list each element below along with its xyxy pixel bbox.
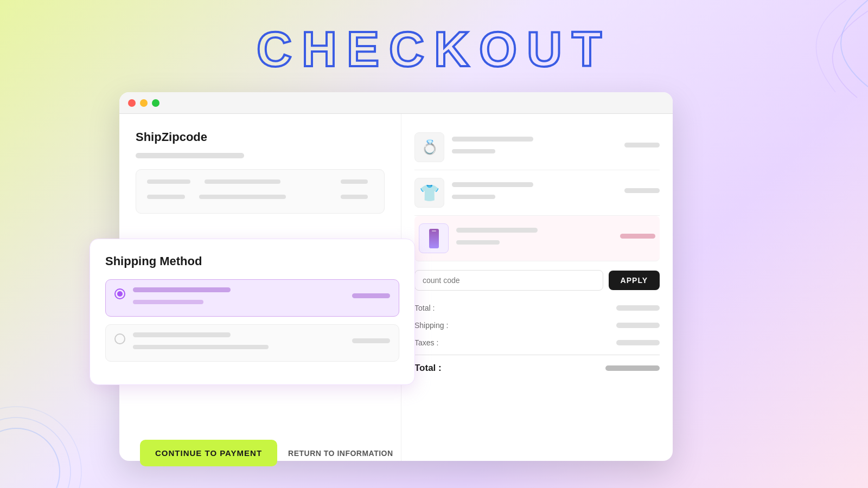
product-price-bar-3 (620, 234, 655, 239)
total-row: Total : (414, 355, 660, 378)
product-info-2 (452, 182, 617, 203)
total-value (605, 365, 660, 371)
product-price-3 (620, 234, 655, 243)
right-panel: 💍 👕 (401, 114, 673, 461)
form-row-1 (147, 179, 373, 188)
product-item-3 (414, 216, 660, 261)
svg-point-1 (0, 418, 71, 488)
radio-option-2[interactable] (114, 333, 125, 344)
shipping-value (616, 323, 660, 328)
subtotal-label: Total : (414, 304, 435, 312)
shipping-option-1[interactable] (105, 279, 399, 317)
product-variant-bar-1 (452, 149, 495, 153)
ship-zipcode-title: ShipZipcode (136, 130, 385, 144)
traffic-light-yellow[interactable] (140, 99, 148, 107)
product-variant-bar-3 (456, 240, 500, 245)
product-price-bar-2 (624, 188, 660, 193)
page-title: CHECKOUT (257, 22, 611, 78)
option-2-sub-bar (133, 345, 269, 349)
product-price-1 (624, 143, 660, 152)
product-name-bar-2 (452, 182, 533, 187)
option-1-price-bar (352, 293, 390, 298)
product-variant-bar-2 (452, 195, 495, 199)
product-info-3 (456, 228, 612, 249)
discount-input[interactable] (414, 270, 603, 291)
option-2-content (133, 332, 390, 354)
shipping-option-2[interactable] (105, 324, 399, 362)
product-price-2 (624, 188, 660, 197)
option-1-content (133, 287, 390, 309)
taxes-label: Taxes : (414, 338, 438, 347)
product-thumb-3 (419, 223, 449, 253)
shipping-method-card: Shipping Method (90, 239, 415, 385)
deco-top-right (705, 0, 868, 108)
field-6 (341, 195, 373, 203)
shipping-label: Shipping : (414, 321, 448, 330)
option-2-price-bar (352, 338, 390, 343)
field-3 (341, 179, 373, 188)
traffic-light-green[interactable] (152, 99, 159, 107)
product-icon-2: 👕 (419, 183, 439, 202)
subtotal-row: Total : (414, 299, 660, 317)
address-placeholder (136, 153, 244, 158)
subtotal-value (616, 305, 660, 311)
taxes-row: Taxes : (414, 334, 660, 351)
shipping-row: Shipping : (414, 317, 660, 334)
deco-bottom-left (0, 380, 119, 488)
form-row-2 (147, 195, 373, 203)
product-thumb-1: 💍 (414, 132, 444, 162)
option-1-sub-bar (133, 300, 203, 304)
product-name-bar-3 (456, 228, 538, 233)
bottom-buttons: CONTINUE TO PAYMENT RETURN TO INFORMATIO… (140, 440, 393, 466)
product-price-bar-1 (624, 143, 660, 147)
option-2-name-bar (133, 332, 231, 337)
product-info-1 (452, 137, 617, 158)
radio-option-1[interactable] (114, 288, 125, 299)
option-1-header (133, 287, 390, 309)
total-label: Total : (414, 363, 442, 374)
field-1 (147, 179, 196, 188)
taxes-value (616, 340, 660, 345)
field-4 (147, 195, 190, 203)
product-icon-1: 💍 (421, 139, 438, 156)
address-form (136, 169, 385, 214)
continue-to-payment-button[interactable]: CONTINUE TO PAYMENT (140, 440, 277, 466)
return-to-information-button[interactable]: RETURN TO INFORMATION (288, 449, 393, 458)
discount-area: APPLY (414, 270, 660, 291)
shipping-method-title: Shipping Method (105, 254, 399, 268)
apply-discount-button[interactable]: APPLY (609, 271, 660, 290)
svg-point-0 (0, 428, 60, 488)
svg-point-2 (0, 407, 81, 488)
field-5 (199, 195, 332, 203)
product-item-1: 💍 (414, 125, 660, 170)
product-item-2: 👕 (414, 170, 660, 216)
field-2 (205, 179, 332, 188)
option-2-header (133, 332, 390, 354)
option-1-name-bar (133, 287, 231, 292)
browser-titlebar (119, 92, 673, 114)
product-thumb-2: 👕 (414, 178, 444, 208)
traffic-light-red[interactable] (128, 99, 136, 107)
product-name-bar-1 (452, 137, 533, 142)
